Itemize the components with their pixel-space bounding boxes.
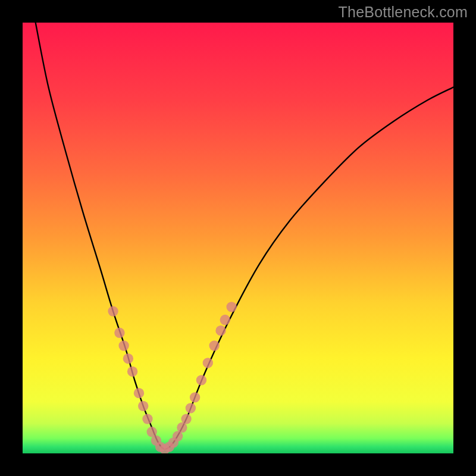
marker-dot [142,414,152,424]
marker-dot [114,328,124,338]
marker-dot [186,403,196,413]
bottleneck-curve [36,23,453,449]
chart-svg [23,23,453,453]
highlighted-points [108,302,236,453]
marker-dot [203,358,213,368]
marker-dot [138,401,148,411]
marker-dot [181,414,191,424]
marker-dot [226,302,236,312]
outer-frame: TheBottleneck.com [0,0,476,476]
marker-dot [196,375,206,385]
plot-area [23,23,453,453]
marker-dot [123,353,133,364]
marker-dot [220,315,230,325]
marker-dot [108,306,118,316]
marker-dot [127,367,137,377]
marker-dot [190,392,200,402]
marker-dot [134,388,144,398]
watermark-text: TheBottleneck.com [339,4,468,21]
marker-dot [118,340,129,350]
marker-dot [215,325,226,336]
marker-dot [209,340,219,350]
